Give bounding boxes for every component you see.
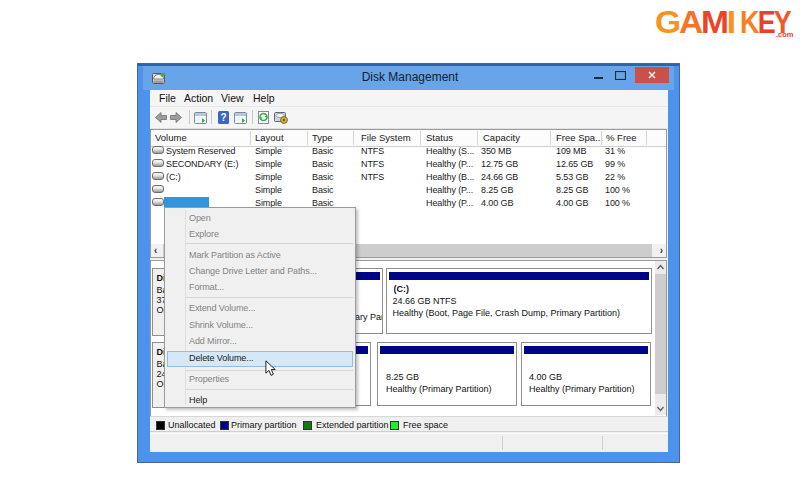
svg-text:.com: .com xyxy=(776,30,794,39)
svg-text:?: ? xyxy=(220,112,226,123)
svg-text:GAMI: GAMI xyxy=(655,5,734,40)
